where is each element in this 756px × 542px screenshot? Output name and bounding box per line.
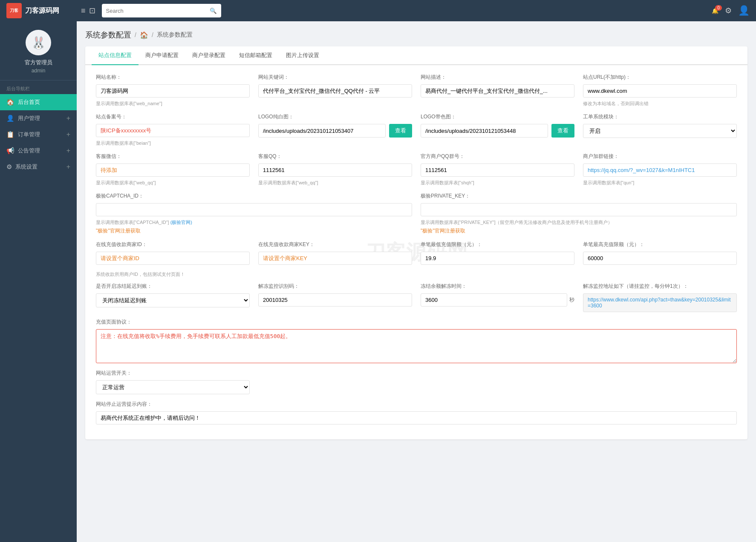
sidebar-item-notices-label: 公告管理 xyxy=(18,147,40,155)
form-content: 刀客源码网 网站名称： 显示调用数据库表["web_name"] 网站关键词： … xyxy=(85,65,747,439)
max-recharge-label: 单笔最高充值限额（元）： xyxy=(583,241,737,248)
search-button[interactable]: 🔍 xyxy=(205,8,221,14)
users-expand-icon[interactable]: + xyxy=(66,115,70,122)
site-stop-msg-input[interactable] xyxy=(96,411,737,424)
kefu-wechat-db: 显示调用数据库表["web_qq"] xyxy=(96,180,250,186)
logo-white-input[interactable] xyxy=(258,124,386,138)
merchant-id-input[interactable] xyxy=(96,252,250,265)
logo-white-group: LOGO纯白图： 查看 xyxy=(258,113,412,146)
user-avatar-icon[interactable]: 👤 xyxy=(738,5,750,16)
notices-expand-icon[interactable]: + xyxy=(66,147,70,155)
breadcrumb-home-icon[interactable]: 🏠 xyxy=(140,31,148,39)
merchant-group-label: 商户加群链接： xyxy=(583,153,737,160)
freeze-time-label: 冻结余额解冻时间： xyxy=(421,283,574,290)
tab-image-upload[interactable]: 图片上传设置 xyxy=(279,46,326,65)
recharge-protocol-textarea[interactable]: 注意：在线充值将收取%手续费用，免手续费可联系人工加款最低充值500起。 xyxy=(96,329,737,363)
merchant-group-input[interactable] xyxy=(583,163,737,177)
kefu-wechat-input[interactable] xyxy=(96,163,250,177)
site-url-input[interactable] xyxy=(583,84,737,98)
site-beian-input[interactable] xyxy=(96,124,250,137)
merchant-key-label: 在线充值收款商家KEY： xyxy=(258,241,412,248)
site-keywords-input[interactable] xyxy=(258,84,412,98)
settings-icon: ⚙ xyxy=(6,163,12,171)
captcha-id-extra[interactable]: (极验官网) xyxy=(170,220,192,225)
form-row-3: 客服微信： 显示调用数据库表["web_qq"] 客服QQ： 显示调用数据库表[… xyxy=(96,153,737,186)
sidebar-item-home-left: 🏠 后台首页 xyxy=(6,98,40,106)
site-name-label: 网站名称： xyxy=(96,74,250,81)
kefu-qq-input[interactable] xyxy=(258,163,412,177)
tabs: 站点信息配置 商户申请配置 商户登录配置 短信邮箱配置 图片上传设置 xyxy=(85,46,747,65)
kefu-wechat-group: 客服微信： 显示调用数据库表["web_qq"] xyxy=(96,153,250,186)
users-icon: 👤 xyxy=(6,115,14,122)
site-url-hint: 修改为本站域名，否则回调出错 xyxy=(583,100,737,107)
kefu-qq-group: 客服QQ： 显示调用数据库表["web_qq"] xyxy=(258,153,412,186)
menu-icon[interactable]: ≡ xyxy=(81,6,86,15)
notices-icon: 📢 xyxy=(6,147,14,155)
topbar-right: 🔔 0 ⚙ 👤 xyxy=(712,5,750,16)
freeze-time-unit: 秒 xyxy=(569,296,574,304)
sidebar-item-notices[interactable]: 📢 公告管理 + xyxy=(0,143,77,159)
expand-icon[interactable]: ⊡ xyxy=(89,6,95,15)
captcha-id-db: 显示调用数据库表["CAPTCHA_ID"] (极验官网) xyxy=(96,219,412,226)
min-recharge-group: 单笔最低充值限额（元）： xyxy=(421,241,574,265)
merchant-group-group: 商户加群链接： 显示调用数据库表["qun"] xyxy=(583,153,737,186)
orders-expand-icon[interactable]: + xyxy=(66,131,70,138)
unfreeze-code-input[interactable] xyxy=(258,293,412,307)
captcha-id-input[interactable] xyxy=(96,203,412,216)
sidebar-item-orders-left: 📋 订单管理 xyxy=(6,131,40,138)
merchant-id-group: 在线充值收款商家ID： xyxy=(96,241,250,265)
max-recharge-group: 单笔最高充值限额（元）： xyxy=(583,241,737,265)
captcha-key-label: 极验PRIVATE_KEY： xyxy=(421,192,737,200)
sidebar-username: 官方管理员 xyxy=(6,59,70,66)
home-icon: 🏠 xyxy=(6,98,14,106)
logo-white-input-wrap: 查看 xyxy=(258,124,412,138)
logo-color-input[interactable] xyxy=(421,124,548,138)
captcha-key-input[interactable] xyxy=(421,203,737,216)
search-input[interactable] xyxy=(102,8,205,14)
sidebar-item-settings[interactable]: ⚙ 系统设置 + xyxy=(0,159,77,175)
site-name-input[interactable] xyxy=(96,84,250,98)
captcha-id-link[interactable]: "极验"官网注册获取 xyxy=(96,227,412,235)
merchant-qq-input[interactable] xyxy=(421,163,574,177)
recharge-protocol-group: 充值页面协议： 注意：在线充值将收取%手续费用，免手续费可联系人工加款最低充值5… xyxy=(96,318,737,363)
freeze-time-group: 冻结余额解冻时间： 秒 xyxy=(421,283,574,312)
notification-bell[interactable]: 🔔 0 xyxy=(712,8,718,14)
unfreeze-url-label: 解冻监控地址如下（请挂监控，每分钟1次）： xyxy=(583,283,737,290)
min-recharge-label: 单笔最低充值限额（元）： xyxy=(421,241,574,248)
recharge-protocol-label: 充值页面协议： xyxy=(96,318,737,326)
freeze-enable-select[interactable]: 关闭冻结延迟到账 开启冻结延迟到账 xyxy=(96,293,250,307)
tab-merchant-apply[interactable]: 商户申请配置 xyxy=(139,46,185,65)
merchant-id-label: 在线充值收款商家ID： xyxy=(96,241,250,248)
site-name-db: 显示调用数据库表["web_name"] xyxy=(96,100,250,107)
captcha-key-link[interactable]: "极验"官网注册获取 xyxy=(421,227,737,235)
captcha-key-db: 显示调用数据库表["PRIVATE_KEY"]（留空用户将无法修改商户信息及使用… xyxy=(421,219,737,226)
freeze-time-input[interactable] xyxy=(421,293,567,307)
gear-icon[interactable]: ⚙ xyxy=(725,6,732,15)
spacer2 xyxy=(421,370,574,394)
work-module-select[interactable]: 开启 关闭 xyxy=(583,124,737,138)
min-recharge-input[interactable] xyxy=(421,252,574,265)
tab-site-info[interactable]: 站点信息配置 xyxy=(92,46,139,65)
site-desc-input[interactable] xyxy=(421,84,574,98)
tab-merchant-login[interactable]: 商户登录配置 xyxy=(185,46,232,65)
breadcrumb-separator: / xyxy=(135,32,136,38)
sidebar-item-home[interactable]: 🏠 后台首页 xyxy=(0,94,77,110)
settings-expand-icon[interactable]: + xyxy=(66,163,70,171)
merchant-note: 系统收款所用商户ID，包括测试支付页面！ xyxy=(96,271,737,278)
orders-icon: 📋 xyxy=(6,131,14,138)
sidebar-item-users[interactable]: 👤 用户管理 + xyxy=(0,110,77,126)
logo-white-btn[interactable]: 查看 xyxy=(389,124,412,138)
site-keywords-group: 网站关键词： xyxy=(258,74,412,107)
logo-color-btn[interactable]: 查看 xyxy=(551,124,574,138)
form-row-9: 网站停止运营提示内容： xyxy=(96,401,737,424)
site-status-select[interactable]: 正常运营 停止运营 xyxy=(96,380,250,394)
spacer1 xyxy=(258,370,412,394)
breadcrumb: 系统参数配置 / 🏠 / 系统参数配置 xyxy=(85,30,747,40)
max-recharge-input[interactable] xyxy=(583,252,737,265)
merchant-key-input[interactable] xyxy=(258,252,412,265)
sidebar-item-settings-left: ⚙ 系统设置 xyxy=(6,163,38,171)
tab-sms-email[interactable]: 短信邮箱配置 xyxy=(232,46,279,65)
site-beian-db: 显示调用数据库表["beian"] xyxy=(96,140,250,146)
freeze-enable-label: 是否开启冻结延迟到账： xyxy=(96,283,250,290)
sidebar-item-orders[interactable]: 📋 订单管理 + xyxy=(0,126,77,143)
